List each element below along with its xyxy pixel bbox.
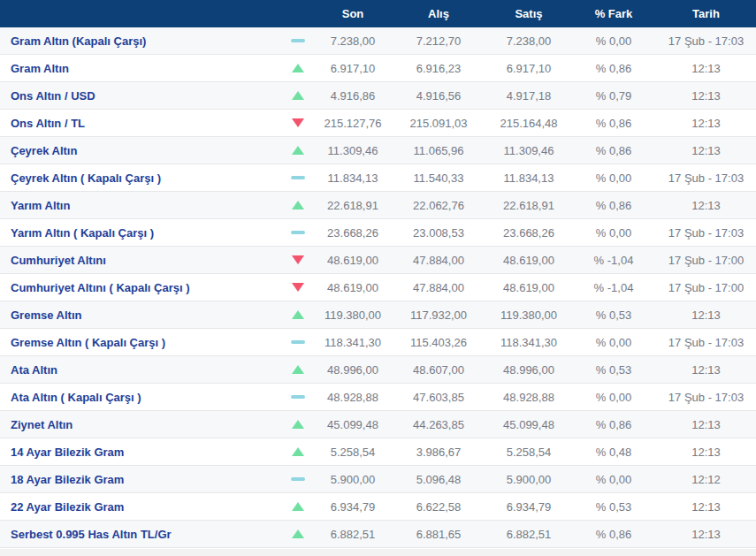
son-value: 23.668,26 (315, 226, 391, 240)
fark-value: % 0,00 (571, 171, 656, 185)
son-value: 45.099,48 (315, 418, 391, 431)
satis-value: 7.238,00 (486, 34, 571, 48)
table-row[interactable]: Ons Altın / TL 215.127,76 215.091,03 215… (0, 110, 756, 137)
table-row[interactable]: Çeyrek Altın ( Kapalı Çarşı ) 11.834,13 … (0, 164, 756, 192)
trend-flat-icon (291, 176, 305, 179)
fark-value: % 0,00 (571, 473, 656, 486)
satis-value: 23.668,26 (486, 226, 571, 240)
tarih-value: 12:13 (656, 89, 756, 103)
trend-up-icon (292, 310, 304, 319)
column-header-fark: % Fark (571, 7, 656, 20)
satis-value: 48.996,00 (486, 363, 571, 377)
instrument-name-link[interactable]: Gram Altın (Kapalı Çarşı) (0, 34, 281, 48)
trend-flat-icon (291, 395, 305, 399)
instrument-name-link[interactable]: Ons Altın / USD (0, 89, 281, 103)
alis-value: 23.008,53 (391, 226, 486, 240)
footer-strip (0, 549, 756, 556)
instrument-name-link[interactable]: Ata Altın ( Kapalı Çarşı ) (0, 391, 281, 404)
satis-value: 215.164,48 (486, 117, 571, 130)
instrument-name-link[interactable]: Gremse Altın (0, 308, 281, 322)
tarih-value: 17 Şub - 17:00 (656, 281, 756, 294)
tarih-value: 12:13 (656, 117, 756, 130)
table-row[interactable]: Gremse Altın ( Kapalı Çarşı ) 118.341,30… (0, 329, 756, 356)
fark-value: % 0,00 (571, 34, 656, 48)
table-row[interactable]: 18 Ayar Bilezik Gram 5.900,00 5.096,48 5… (0, 466, 756, 493)
satis-value: 48.619,00 (486, 281, 571, 294)
tarih-value: 17 Şub - 17:03 (656, 226, 756, 240)
son-value: 5.258,54 (315, 446, 391, 459)
table-row[interactable]: Cumhuriyet Altını 48.619,00 47.884,00 48… (0, 247, 756, 274)
table-row[interactable]: 22 Ayar Bilezik Gram 6.934,79 6.622,58 6… (0, 493, 756, 521)
instrument-name-link[interactable]: Yarım Altın ( Kapalı Çarşı ) (0, 226, 281, 240)
instrument-name-link[interactable]: 22 Ayar Bilezik Gram (0, 500, 281, 514)
table-row[interactable]: Yarım Altın ( Kapalı Çarşı ) 23.668,26 2… (0, 219, 756, 247)
trend-up-icon (292, 420, 304, 429)
alis-value: 11.540,33 (391, 171, 486, 185)
table-row[interactable]: Serbest 0.995 Has Altın TL/Gr 6.882,51 6… (0, 521, 756, 548)
table-row[interactable]: Ata Altın 48.996,00 48.607,00 48.996,00 … (0, 356, 756, 384)
trend-down-icon (292, 283, 304, 292)
tarih-value: 12:13 (656, 144, 756, 157)
instrument-name-link[interactable]: Ziynet Altın (0, 418, 281, 431)
son-value: 4.916,86 (315, 89, 391, 103)
fark-value: % 0,00 (571, 226, 656, 240)
instrument-name-link[interactable]: Çeyrek Altın (0, 144, 281, 157)
column-header-satis: Satış (486, 7, 571, 20)
satis-value: 6.917,10 (486, 62, 571, 75)
satis-value: 48.619,00 (486, 254, 571, 267)
fark-value: % 0,48 (571, 446, 656, 459)
fark-value: % 0,86 (571, 528, 656, 541)
table-row[interactable]: Çeyrek Altın 11.309,46 11.065,96 11.309,… (0, 137, 756, 164)
trend-flat-icon (291, 340, 305, 344)
fark-value: % 0,53 (571, 363, 656, 377)
table-row[interactable]: Gram Altın 6.917,10 6.916,23 6.917,10 % … (0, 55, 756, 82)
alis-value: 6.881,65 (391, 528, 486, 541)
alis-value: 215.091,03 (391, 117, 486, 130)
column-header-son: Son (315, 7, 391, 20)
table-row[interactable]: Ziynet Altın 45.099,48 44.263,85 45.099,… (0, 411, 756, 438)
tarih-value: 12:13 (656, 418, 756, 431)
instrument-name-link[interactable]: Ata Altın (0, 363, 281, 377)
trend-up-icon (292, 529, 304, 538)
instrument-name-link[interactable]: Çeyrek Altın ( Kapalı Çarşı ) (0, 171, 281, 185)
instrument-name-link[interactable]: Gram Altın (0, 62, 281, 75)
table-row[interactable]: Cumhuriyet Altını ( Kapalı Çarşı ) 48.61… (0, 274, 756, 301)
instrument-name-link[interactable]: Yarım Altın (0, 199, 281, 212)
tarih-value: 12:13 (656, 363, 756, 377)
column-header-alis: Alış (391, 7, 486, 20)
fark-value: % 0,86 (571, 144, 656, 157)
instrument-name-link[interactable]: 14 Ayar Bilezik Gram (0, 446, 281, 459)
satis-value: 11.309,46 (486, 144, 571, 157)
instrument-name-link[interactable]: 18 Ayar Bilezik Gram (0, 473, 281, 486)
instrument-name-link[interactable]: Serbest 0.995 Has Altın TL/Gr (0, 528, 281, 541)
son-value: 48.619,00 (315, 254, 391, 267)
table-row[interactable]: Yarım Altın 22.618,91 22.062,76 22.618,9… (0, 192, 756, 219)
table-row[interactable]: Gremse Altın 119.380,00 117.932,00 119.3… (0, 301, 756, 329)
table-row[interactable]: Gram Altın (Kapalı Çarşı) 7.238,00 7.212… (0, 27, 756, 55)
fark-value: % 0,86 (571, 418, 656, 431)
trend-up-icon (292, 447, 304, 456)
satis-value: 6.882,51 (486, 528, 571, 541)
son-value: 48.996,00 (315, 363, 391, 377)
tarih-value: 12:12 (656, 473, 756, 486)
table-row[interactable]: Ons Altın / USD 4.916,86 4.916,56 4.917,… (0, 82, 756, 110)
tarih-value: 12:13 (656, 500, 756, 514)
son-value: 6.917,10 (315, 62, 391, 75)
instrument-name-link[interactable]: Ons Altın / TL (0, 117, 281, 130)
trend-up-icon (292, 201, 304, 209)
satis-value: 5.900,00 (486, 473, 571, 486)
trend-up-icon (292, 365, 304, 374)
son-value: 118.341,30 (315, 336, 391, 349)
trend-up-icon (292, 146, 304, 155)
son-value: 48.619,00 (315, 281, 391, 294)
tarih-value: 12:13 (656, 308, 756, 322)
table-row[interactable]: Ata Altın ( Kapalı Çarşı ) 48.928,88 47.… (0, 384, 756, 411)
table-row[interactable]: 14 Ayar Bilezik Gram 5.258,54 3.986,67 5… (0, 438, 756, 466)
instrument-name-link[interactable]: Cumhuriyet Altını ( Kapalı Çarşı ) (0, 281, 281, 294)
satis-value: 118.341,30 (486, 336, 571, 349)
instrument-name-link[interactable]: Cumhuriyet Altını (0, 254, 281, 267)
trend-up-icon (292, 64, 304, 72)
instrument-name-link[interactable]: Gremse Altın ( Kapalı Çarşı ) (0, 336, 281, 349)
fark-value: % -1,04 (571, 254, 656, 267)
alis-value: 5.096,48 (391, 473, 486, 486)
